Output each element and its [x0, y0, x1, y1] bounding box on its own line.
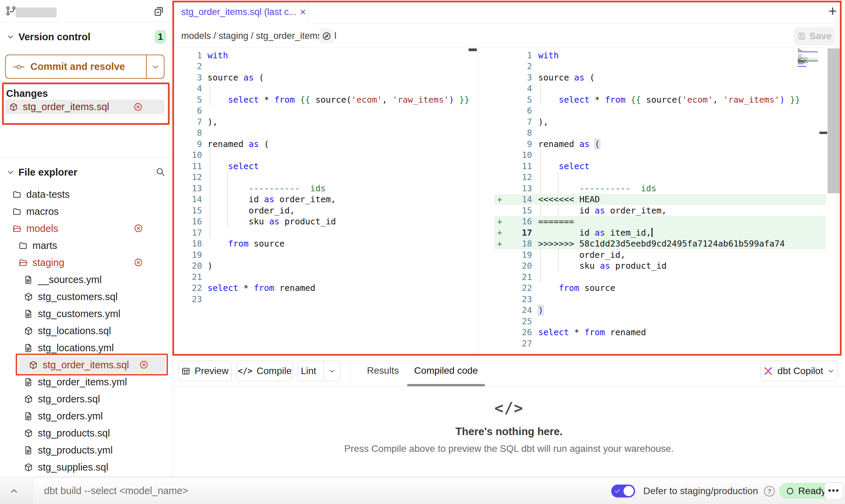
code-line: 20 sku as product_id — [494, 261, 826, 272]
code-line: 7), — [173, 116, 469, 128]
discard-change-icon[interactable] — [139, 360, 148, 369]
defer-toggle[interactable] — [611, 485, 635, 498]
file-tree-item--sources-yml[interactable]: __sources.yml — [0, 271, 172, 288]
line-number: 19 — [505, 250, 532, 260]
code-line: +17 id as item_id, — [494, 227, 826, 238]
code-line: 9renamed as ( — [494, 138, 826, 150]
version-control-header: Version control 1 — [0, 27, 172, 47]
file-tree-item-stg-products-sql[interactable]: stg_products.sql — [0, 425, 172, 442]
new-tab-button[interactable]: + — [828, 4, 837, 18]
editor-tab-stg-order-items[interactable]: stg_order_items.sql (last c... × — [173, 0, 309, 24]
line-number: 7 — [173, 117, 202, 127]
code-line: 15 order_id, — [173, 205, 469, 216]
line-code: ), — [532, 117, 548, 127]
copy-icon[interactable] — [153, 5, 164, 17]
code-line: 4 — [173, 83, 469, 94]
chevron-down-icon[interactable] — [6, 32, 15, 41]
empty-state-title: There's nothing here. — [173, 426, 845, 438]
file-tree-item-staging[interactable]: staging — [0, 254, 172, 271]
file-tree-label: models — [26, 223, 58, 234]
line-code: sku as product_id — [202, 217, 336, 226]
command-input[interactable]: dbt build --select <model_name> — [44, 477, 188, 504]
compile-button[interactable]: </> Compile — [237, 361, 293, 381]
folder-icon — [18, 241, 28, 250]
code-line: 5 select * from {{ source('ecom', 'raw_i… — [494, 94, 826, 105]
line-number: 26 — [505, 327, 532, 337]
changes-count-badge: 1 — [155, 30, 166, 44]
file-tree-label: stg_orders.sql — [38, 394, 100, 405]
file-tree-item-marts[interactable]: marts — [0, 237, 172, 254]
file-tree-item-stg-locations-yml[interactable]: stg_locations.yml — [0, 339, 172, 356]
git-branch-icon[interactable] — [5, 5, 16, 16]
line-number: 22 — [505, 283, 532, 293]
file-tree-item-stg-products-yml[interactable]: stg_products.yml — [0, 442, 172, 459]
file-tree-label: macros — [26, 206, 59, 217]
code-line: 6 — [173, 105, 469, 117]
line-number: 10 — [505, 150, 532, 160]
file-tree-item-data-tests[interactable]: data-tests — [0, 186, 172, 203]
editor-pane-right[interactable]: 1with23source as (45 select * from {{ so… — [494, 48, 826, 355]
file-tree-item-stg-order-items-sql[interactable]: stg_order_items.sql — [19, 356, 166, 373]
collapse-chevron-icon[interactable] — [9, 486, 19, 496]
line-number: 16 — [505, 217, 532, 226]
tab-compiled-code[interactable]: Compiled code — [407, 355, 485, 386]
discard-change-icon[interactable] — [134, 258, 143, 267]
file-tree-item-stg-locations-sql[interactable]: stg_locations.sql — [0, 322, 172, 339]
changed-file-row[interactable]: stg_order_items.sql — [5, 100, 164, 114]
file-tree-item-stg-customers-sql[interactable]: stg_customers.sql — [0, 288, 172, 305]
search-icon[interactable] — [155, 167, 166, 177]
file-tree-label: stg_customers.yml — [38, 308, 120, 320]
line-number: 9 — [505, 139, 532, 149]
file-tree-item-stg-order-items-yml[interactable]: stg_order_items.yml — [0, 373, 172, 390]
line-code: select * from renamed — [532, 327, 646, 337]
main-area: stg_order_items.sql (last c... × + model… — [173, 0, 845, 477]
editor-pane-left[interactable]: 1with23source as (45 select * from {{ so… — [173, 48, 469, 355]
code-editor: 1with23source as (45 select * from {{ so… — [173, 48, 845, 355]
line-number: 9 — [173, 139, 202, 149]
dbt-copilot-button[interactable]: dbt Copilot — [760, 361, 837, 381]
tab-results[interactable]: Results — [362, 355, 403, 386]
save-button-label: Save — [810, 31, 832, 42]
chevron-down-icon[interactable] — [6, 168, 15, 177]
document-icon — [24, 377, 33, 387]
commit-dropdown-button[interactable] — [146, 55, 164, 78]
line-number: 21 — [505, 272, 532, 282]
right-pane-scrollbar[interactable] — [828, 48, 841, 193]
file-tree-item-stg-orders-yml[interactable]: stg_orders.yml — [0, 407, 172, 425]
document-icon — [24, 343, 33, 353]
commit-and-resolve-button[interactable]: Commit and resolve — [5, 55, 164, 79]
discard-change-icon[interactable] — [133, 102, 143, 112]
file-tree-item-stg-customers-yml[interactable]: stg_customers.yml — [0, 305, 172, 322]
divider — [350, 355, 350, 386]
more-options-button[interactable]: ••• — [824, 482, 843, 500]
lint-button[interactable]: Lint — [298, 361, 341, 381]
lineage-compass-icon[interactable] — [319, 29, 334, 44]
close-tab-icon[interactable]: × — [300, 7, 306, 17]
code-line: 19 — [173, 249, 469, 261]
code-line: 13 ---------- ids — [494, 183, 826, 194]
line-number: 15 — [505, 206, 532, 216]
code-line: 13 ---------- ids — [173, 183, 469, 194]
model-cube-icon — [24, 292, 33, 301]
line-number: 24 — [505, 305, 532, 315]
file-tree-item-stg-orders-sql[interactable]: stg_orders.sql — [0, 390, 172, 407]
left-pane-scrollbar-thumb[interactable] — [469, 48, 477, 51]
save-button[interactable]: Save — [794, 27, 835, 45]
line-code: order_id, — [532, 250, 626, 260]
line-code: select * from {{ source('ecom', 'raw_ite… — [532, 95, 800, 105]
lint-dropdown-button[interactable] — [323, 361, 340, 381]
file-tree-item-macros[interactable]: macros — [0, 203, 172, 220]
discard-change-icon[interactable] — [134, 224, 143, 233]
help-icon[interactable]: ? — [764, 486, 775, 496]
preview-button[interactable]: Preview — [178, 361, 232, 381]
line-code: source as ( — [202, 73, 264, 83]
line-number: 18 — [505, 239, 532, 249]
file-tree-label: __sources.yml — [38, 274, 102, 285]
compile-button-label: Compile — [257, 366, 292, 376]
file-tree-item-stg-supplies-sql[interactable]: stg_supplies.sql — [0, 459, 172, 476]
status-circle-icon — [786, 487, 794, 495]
file-tree-item-models[interactable]: models — [0, 220, 172, 237]
line-number: 11 — [505, 161, 532, 171]
changes-section-label: Changes — [6, 88, 48, 99]
line-code: ======= — [532, 217, 574, 226]
